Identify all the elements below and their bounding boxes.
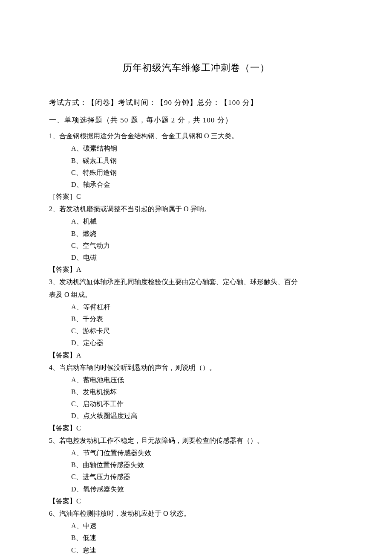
exam-info: 考试方式：【闭卷】考试时间：【90 分钟】总分：【100 分】 (49, 97, 343, 109)
question-option: C、空气动力 (49, 240, 343, 251)
question-option: D、轴承合金 (49, 179, 343, 190)
question-stem: 5、若电控发动机工作不稳定，且无故障码，则要检查的传感器有（）。 (49, 435, 343, 446)
question-option: D、定心器 (49, 337, 343, 349)
question-option: B、燃烧 (49, 228, 343, 239)
question-option: B、曲轴位置传感器失效 (49, 459, 343, 471)
question-option: C、进气压力传感器 (49, 471, 343, 482)
question-option: A、等臂杠杆 (49, 301, 343, 313)
question-6: 6、汽油车检测排放时，发动机应处于 O 状态。 A、中速 B、低速 C、怠速 D… (49, 508, 343, 555)
question-stem: 2、若发动机磨损或调整不当引起的异响属于 O 异响。 (49, 203, 343, 215)
question-stem: 1、合金钢根据用途分为合金结构钢、合金工具钢和 O 三大类。 (49, 130, 343, 142)
question-stem: 4、当启动车辆的时候没听到悬动的声音，则说明（）。 (49, 362, 343, 373)
question-option: C、特殊用途钢 (49, 167, 343, 178)
question-option: A、机械 (49, 215, 343, 227)
question-2: 2、若发动机磨损或调整不当引起的异响属于 O 异响。 A、机械 B、燃烧 C、空… (49, 203, 343, 275)
question-stem: 3、发动机汽缸体轴承座孔同轴度检验仪主要由定心轴套、定心轴、球形触头、百分 (49, 276, 343, 288)
question-answer: ［答案］C (49, 191, 343, 202)
question-4: 4、当启动车辆的时候没听到悬动的声音，则说明（）。 A、蓄电池电压低 B、发电机… (49, 362, 343, 434)
section-header: 一、单项选择题（共 50 题，每小题 2 分，共 100 分） (49, 114, 343, 127)
question-option: B、碳素工具钢 (49, 155, 343, 166)
question-5: 5、若电控发动机工作不稳定，且无故障码，则要检查的传感器有（）。 A、节气门位置… (49, 435, 343, 507)
question-option: A、节气门位置传感器失效 (49, 447, 343, 459)
question-1: 1、合金钢根据用途分为合金结构钢、合金工具钢和 O 三大类。 A、碳素结构钢 B… (49, 130, 343, 202)
question-option: A、碳素结构钢 (49, 142, 343, 154)
question-option: C、怠速 (49, 544, 343, 555)
question-answer: 【答案】C (49, 495, 343, 507)
question-option: A、中速 (49, 520, 343, 532)
question-option: B、千分表 (49, 313, 343, 325)
question-stem: 6、汽油车检测排放时，发动机应处于 O 状态。 (49, 508, 343, 519)
question-option: B、低速 (49, 532, 343, 543)
question-option: D、电磁 (49, 252, 343, 263)
question-answer: 【答案】C (49, 422, 343, 434)
question-stem-continued: 表及 O 组成。 (49, 289, 343, 300)
question-option: B、发电机损坏 (49, 386, 343, 398)
question-option: C、启动机不工作 (49, 398, 343, 410)
question-answer: 【答案】A (49, 349, 343, 361)
question-option: D、氧传感器失效 (49, 483, 343, 495)
question-3: 3、发动机汽缸体轴承座孔同轴度检验仪主要由定心轴套、定心轴、球形触头、百分 表及… (49, 276, 343, 360)
question-option: A、蓄电池电压低 (49, 374, 343, 386)
question-answer: 【答案】A (49, 264, 343, 275)
question-option: C、游标卡尺 (49, 325, 343, 337)
question-option: D、点火线圈温度过高 (49, 410, 343, 421)
exam-title: 历年初级汽车维修工冲刺卷（一） (49, 60, 343, 76)
